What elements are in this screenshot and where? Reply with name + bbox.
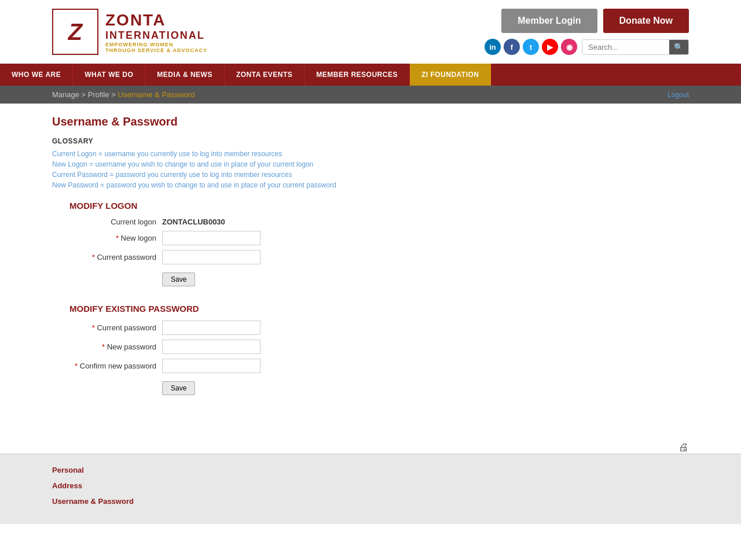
nav-member-resources[interactable]: MEMBER RESOURCES — [305, 64, 410, 86]
linkedin-icon[interactable]: in — [485, 39, 501, 55]
password-current-input[interactable] — [162, 320, 261, 335]
donate-now-button[interactable]: Donate Now — [603, 9, 689, 33]
nav-media-news[interactable]: MEDIA & NEWS — [145, 64, 225, 86]
new-logon-row: * New logon — [69, 231, 689, 245]
member-login-button[interactable]: Member Login — [501, 9, 597, 33]
logo-zonta: ZONTA — [105, 11, 207, 30]
new-logon-required: * — [116, 234, 121, 242]
print-icon[interactable]: 🖨 — [678, 441, 689, 454]
footer-sidebar: Personal Address Username & Password — [0, 454, 741, 524]
logon-save-row: Save — [162, 269, 689, 286]
breadcrumb-manage: Manage — [52, 90, 79, 99]
twitter-icon[interactable]: t — [523, 39, 539, 55]
new-logon-label: * New logon — [69, 234, 162, 242]
glossary-item-3: New Password = password you wish to chan… — [52, 181, 689, 189]
logo-tagline-1: EMPOWERING WOMEN — [105, 42, 207, 47]
facebook-icon[interactable]: f — [504, 39, 520, 55]
current-logon-row: Current logon ZONTACLUB0030 — [69, 218, 689, 226]
logout-link[interactable]: Logout — [667, 91, 689, 99]
password-new-input[interactable] — [162, 340, 261, 354]
logon-current-password-row: * Current password — [69, 250, 689, 264]
main-content: Username & Password GLOSSARY Current Log… — [0, 104, 741, 436]
main-nav: WHO WE ARE WHAT WE DO MEDIA & NEWS ZONTA… — [0, 64, 741, 86]
header-buttons: Member Login Donate Now — [501, 9, 689, 33]
youtube-icon[interactable]: ▶ — [542, 39, 558, 55]
breadcrumb-profile[interactable]: Profile — [88, 90, 109, 99]
logon-current-password-input[interactable] — [162, 250, 261, 264]
current-logon-label: Current logon — [69, 218, 162, 226]
breadcrumb-sep1: > — [82, 90, 88, 99]
search-input[interactable] — [582, 40, 669, 54]
logo-text: ZONTA INTERNATIONAL EMPOWERING WOMEN THR… — [105, 11, 207, 53]
modify-password-title: MODIFY EXISTING PASSWORD — [69, 304, 689, 314]
footer-personal-link[interactable]: Personal — [52, 466, 689, 474]
print-area: 🖨 — [0, 436, 741, 454]
new-logon-input[interactable] — [162, 231, 261, 245]
logo-tagline-2: THROUGH SERVICE & ADVOCACY — [105, 47, 207, 53]
password-current-label: * Current password — [69, 323, 162, 332]
logon-save-button[interactable]: Save — [162, 272, 195, 286]
glossary-item-1: New Logon = username you wish to change … — [52, 160, 689, 168]
instagram-icon[interactable]: ◉ — [561, 39, 577, 55]
header-right: Member Login Donate Now in f t ▶ ◉ 🔍 — [485, 9, 689, 55]
logo-box: Z — [52, 9, 98, 55]
glossary-item-0: Current Logon = username you currently u… — [52, 150, 689, 158]
breadcrumb-bar: Manage > Profile > Username & Password L… — [0, 86, 741, 104]
breadcrumb: Manage > Profile > Username & Password — [52, 90, 195, 99]
password-new-required: * — [102, 342, 107, 351]
logo-z-letter: Z — [68, 19, 82, 45]
nav-what-we-do[interactable]: WHAT WE DO — [73, 64, 145, 86]
password-save-button[interactable]: Save — [162, 381, 195, 395]
page-title: Username & Password — [52, 115, 689, 128]
password-confirm-row: * Confirm new password — [69, 359, 689, 373]
password-confirm-required: * — [75, 362, 80, 370]
breadcrumb-current: Username & Password — [118, 90, 195, 99]
modify-logon-title: MODIFY LOGON — [69, 201, 689, 211]
modify-password-section: MODIFY EXISTING PASSWORD * Current passw… — [69, 304, 689, 395]
glossary-section: GLOSSARY Current Logon = username you cu… — [52, 137, 689, 189]
glossary-label: GLOSSARY — [52, 137, 689, 145]
password-confirm-label: * Confirm new password — [69, 362, 162, 370]
search-box: 🔍 — [582, 39, 689, 55]
nav-zi-foundation[interactable]: ZI FOUNDATION — [410, 64, 491, 86]
password-new-row: * New password — [69, 340, 689, 354]
footer-address-link[interactable]: Address — [52, 481, 689, 490]
password-current-row: * Current password — [69, 320, 689, 335]
breadcrumb-sep2: > — [111, 90, 118, 99]
password-save-row: Save — [162, 378, 689, 395]
logon-current-password-label: * Current password — [69, 253, 162, 261]
logo-international: INTERNATIONAL — [105, 30, 207, 42]
password-new-label: * New password — [69, 342, 162, 351]
password-confirm-input[interactable] — [162, 359, 261, 373]
footer-username-password-link[interactable]: Username & Password — [52, 497, 689, 506]
nav-who-we-are[interactable]: WHO WE ARE — [0, 64, 73, 86]
header: Z ZONTA INTERNATIONAL EMPOWERING WOMEN T… — [0, 0, 741, 64]
modify-logon-section: MODIFY LOGON Current logon ZONTACLUB0030… — [69, 201, 689, 286]
current-logon-value: ZONTACLUB0030 — [162, 218, 225, 226]
social-icons: in f t ▶ ◉ — [485, 39, 577, 55]
logo: Z ZONTA INTERNATIONAL EMPOWERING WOMEN T… — [52, 9, 207, 55]
search-button[interactable]: 🔍 — [669, 40, 688, 54]
nav-zonta-events[interactable]: ZONTA EVENTS — [225, 64, 305, 86]
glossary-item-2: Current Password = password you currentl… — [52, 171, 689, 179]
header-social-search: in f t ▶ ◉ 🔍 — [485, 39, 689, 55]
